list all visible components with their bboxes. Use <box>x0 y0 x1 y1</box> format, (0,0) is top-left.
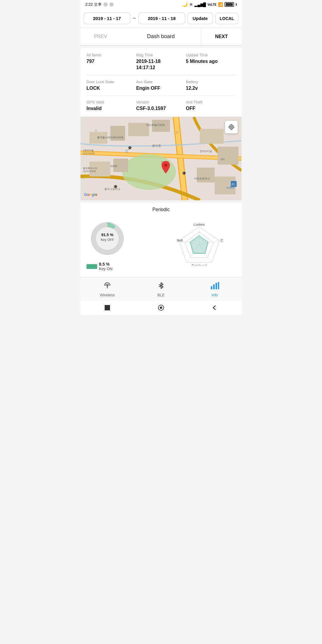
nav-title: Dash board <box>121 28 201 45</box>
svg-text:Peripheral: Peripheral <box>191 264 206 265</box>
svg-point-1 <box>122 154 176 190</box>
signal-icon: ▂▄▆█ <box>194 2 206 7</box>
pie-svg: 91.5 % Key OFF <box>86 218 128 259</box>
key-on-label: Key ON <box>99 267 113 271</box>
next-button[interactable]: NEXT <box>201 29 242 45</box>
acc-state-cell: Acc State Engin OFF <box>136 80 186 92</box>
status-right: 🌙 ✳ ▂▄▆█ VoLTE 📶 <box>182 2 237 7</box>
door-lock-cell: Door Lock State LOCK <box>86 80 136 92</box>
dashboard-section: Periodic <box>80 203 242 277</box>
svg-text:🎓: 🎓 <box>113 184 118 189</box>
info-row-1: All items 797 Msg Time 2019-11-1814:17:1… <box>86 53 236 71</box>
bluetooth-icon: ✳ <box>189 2 193 7</box>
periodic-label: Periodic <box>80 203 242 215</box>
msg-time-value: 2019-11-1814:17:12 <box>136 58 186 71</box>
svg-text:🛒: 🛒 <box>125 148 129 153</box>
update-time-label: Update Time <box>186 53 236 57</box>
svg-text:1단지아파트: 1단지아파트 <box>83 170 96 173</box>
svg-rect-7 <box>218 147 239 165</box>
date-filter: 2019 - 11 - 17 ~ 2019 - 11 - 18 Update L… <box>80 9 242 28</box>
svg-text:E1: E1 <box>232 183 235 186</box>
nav-bar: PREV Dash board NEXT <box>80 28 242 46</box>
local-button[interactable]: LOCAL <box>215 13 239 24</box>
gps-value: Invalid <box>86 106 136 112</box>
svg-text:1호반마을: 1호반마을 <box>83 149 94 152</box>
version-cell: Version CSF-3.0.1597 <box>136 100 186 112</box>
all-items-label: All items <box>86 53 136 57</box>
gps-label: GPS Valid <box>86 100 136 104</box>
door-lock-label: Door Lock State <box>86 80 136 84</box>
battery-value: 12.2v <box>186 85 236 92</box>
android-back-button[interactable] <box>211 304 218 311</box>
acc-state-value: Engin OFF <box>136 85 186 92</box>
svg-point-33 <box>164 164 167 167</box>
battery-cell: Battery 12.2v <box>186 80 236 92</box>
nav-item-wireless[interactable]: Wireless <box>80 281 134 297</box>
info-section-row1: All items 797 Msg Time 2019-11-1814:17:1… <box>80 48 242 117</box>
status-left: 2:22 오후 <box>85 2 114 7</box>
key-on-pct: 8.5 % <box>99 262 113 267</box>
map-container[interactable]: 흥덕힐스테이트아파트 퍼스트빌아파트 1호반마을 단지아파트 GS25 흥덕휴먼… <box>80 117 242 200</box>
map-svg: 흥덕힐스테이트아파트 퍼스트빌아파트 1호반마을 단지아파트 GS25 흥덕휴먼… <box>80 117 242 200</box>
radar-section: Confirm Check Peripheral Noti <box>162 218 236 271</box>
all-items-value: 797 <box>86 58 136 65</box>
nav-item-info[interactable]: Info <box>188 281 242 297</box>
svg-point-70 <box>160 306 162 309</box>
svg-point-62 <box>107 285 108 287</box>
anti-theft-value: OFF <box>186 106 236 112</box>
svg-text:퍼스트빌아파트: 퍼스트빌아파트 <box>146 123 165 126</box>
svg-rect-64 <box>211 286 212 289</box>
wireless-icon <box>103 281 112 292</box>
svg-rect-10 <box>197 168 215 182</box>
svg-text:🎓: 🎓 <box>182 171 186 175</box>
svg-text:CU: CU <box>221 158 225 161</box>
svg-point-37 <box>230 126 232 128</box>
svg-rect-6 <box>200 129 224 144</box>
gps-cell: GPS Valid Invalid <box>86 100 136 112</box>
svg-rect-68 <box>105 305 110 310</box>
end-date-button[interactable]: 2019 - 11 - 18 <box>138 13 185 24</box>
version-value: CSF-3.0.1597 <box>136 106 186 112</box>
svg-rect-67 <box>218 282 219 289</box>
nav-item-ble[interactable]: BLE <box>134 281 188 297</box>
acc-state-label: Acc State <box>136 80 186 84</box>
info-row-2: Door Lock State LOCK Acc State Engin OFF… <box>86 80 236 92</box>
start-date-button[interactable]: 2019 - 11 - 17 <box>83 13 130 24</box>
tilde-separator: ~ <box>133 15 136 21</box>
svg-marker-57 <box>190 236 208 253</box>
radar-svg: Confirm Check Peripheral Noti <box>175 224 223 265</box>
svg-point-38 <box>229 125 233 129</box>
battery-label: Battery <box>186 80 236 84</box>
bottom-nav: Wireless BLE Info <box>80 277 242 300</box>
moon-icon: 🌙 <box>182 2 188 7</box>
all-items-cell: All items 797 <box>86 53 136 71</box>
dashboard-content: 91.5 % Key OFF 8.5 % Key ON <box>80 215 242 277</box>
android-stop-button[interactable] <box>104 304 111 311</box>
ble-label: BLE <box>157 293 165 297</box>
svg-text:GS25: GS25 <box>110 165 117 168</box>
update-button[interactable]: Update <box>188 13 213 24</box>
svg-text:Check: Check <box>221 239 223 242</box>
svg-text:석현초등학교: 석현초등학교 <box>194 177 210 180</box>
svg-text:흥덕고등학교: 흥덕고등학교 <box>104 188 120 191</box>
update-time-cell: Update Time 5 Minutes ago <box>186 53 236 71</box>
update-time-value: 5 Minutes ago <box>186 58 236 65</box>
wifi-icon: 📶 <box>218 2 223 7</box>
prev-button[interactable]: PREV <box>80 29 121 45</box>
svg-text:단지아파트: 단지아파트 <box>83 152 95 155</box>
android-home-button[interactable] <box>157 304 165 311</box>
version-label: Version <box>136 100 186 104</box>
status-circle-1 <box>103 2 108 7</box>
info-label: Info <box>211 293 218 297</box>
anti-theft-cell: Anti Theft OFF <box>186 100 236 112</box>
battery-tip <box>236 3 237 6</box>
info-row-3: GPS Valid Invalid Version CSF-3.0.1597 A… <box>86 100 236 112</box>
android-nav <box>80 300 242 315</box>
locate-button[interactable] <box>225 120 238 134</box>
svg-text:91.5 %: 91.5 % <box>101 233 114 237</box>
divider-2 <box>86 95 236 96</box>
locate-icon <box>228 123 235 131</box>
svg-text:Key OFF: Key OFF <box>101 238 114 242</box>
key-on-bar <box>86 264 97 269</box>
svg-text:흥덕휴먼시아: 흥덕휴먼시아 <box>83 167 97 170</box>
